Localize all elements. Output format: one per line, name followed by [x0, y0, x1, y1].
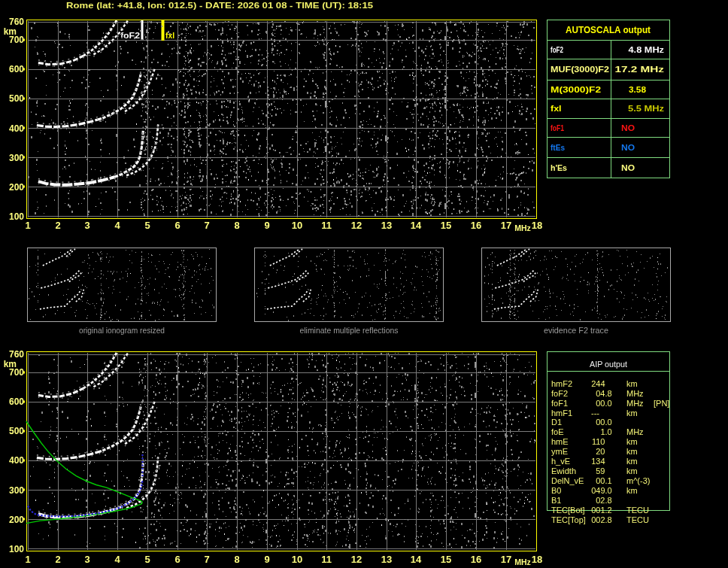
svg-text:8: 8: [234, 554, 239, 565]
svg-text:km: km: [626, 437, 638, 446]
svg-text:[PN]: [PN]: [654, 399, 669, 408]
svg-text:TECU: TECU: [626, 515, 649, 524]
svg-text:17: 17: [501, 554, 511, 565]
svg-text:134: 134: [591, 457, 605, 466]
svg-text:ftEs: ftEs: [551, 143, 565, 152]
svg-text:300: 300: [9, 485, 24, 496]
svg-text:foF1: foF1: [551, 399, 568, 408]
svg-text:600: 600: [9, 64, 24, 74]
svg-text:fxl: fxl: [551, 104, 562, 113]
svg-text:17: 17: [501, 220, 511, 231]
svg-text:.0: .0: [605, 399, 612, 408]
svg-text:6: 6: [174, 554, 180, 565]
svg-text:9: 9: [264, 220, 269, 231]
svg-text:foF2: foF2: [551, 389, 568, 398]
svg-text:TEC[Bot]: TEC[Bot]: [551, 506, 585, 515]
svg-text:NO: NO: [621, 123, 635, 132]
svg-text:---: ---: [591, 409, 599, 418]
svg-text:ymE: ymE: [551, 447, 568, 456]
svg-text:244: 244: [591, 379, 605, 388]
svg-text:20: 20: [596, 447, 605, 456]
svg-text:TEC[Top]: TEC[Top]: [551, 515, 586, 524]
svg-text:00: 00: [596, 418, 605, 427]
svg-text:.1: .1: [605, 476, 612, 485]
svg-text:.0: .0: [605, 486, 612, 495]
svg-text:foF2: foF2: [551, 45, 563, 54]
svg-text:4: 4: [114, 554, 120, 565]
svg-text:7: 7: [204, 220, 209, 231]
svg-text:Rome (lat: +41.8, lon: 012.5): Rome (lat: +41.8, lon: 012.5) - DATE: 20…: [66, 1, 374, 10]
svg-text:.8: .8: [605, 496, 612, 505]
svg-text:original ionogram resized: original ionogram resized: [79, 326, 165, 335]
svg-text:16: 16: [471, 554, 481, 565]
svg-text:AIP output: AIP output: [590, 360, 627, 369]
svg-text:049: 049: [591, 486, 605, 495]
svg-text:2: 2: [55, 220, 60, 231]
svg-text:.0: .0: [605, 427, 612, 436]
svg-text:MHz: MHz: [626, 399, 644, 408]
svg-text:h'Es: h'Es: [551, 163, 567, 172]
svg-text:3: 3: [84, 554, 89, 565]
svg-text:4.8 MHz: 4.8 MHz: [629, 45, 665, 54]
svg-text:4: 4: [114, 220, 120, 231]
svg-text:km: km: [626, 409, 638, 418]
svg-text:eliminate multiple reflections: eliminate multiple reflections: [300, 326, 399, 335]
svg-text:.8: .8: [605, 389, 612, 398]
svg-text:MUF(3000)F2: MUF(3000)F2: [551, 65, 609, 74]
svg-text:1: 1: [25, 554, 30, 565]
svg-text:02: 02: [596, 496, 605, 505]
svg-text:400: 400: [9, 123, 24, 134]
svg-text:km: km: [626, 379, 638, 388]
svg-text:TECU: TECU: [626, 506, 649, 515]
svg-text:100: 100: [9, 544, 24, 554]
svg-text:8: 8: [234, 220, 239, 231]
svg-text:6: 6: [174, 220, 180, 231]
svg-text:5: 5: [144, 554, 150, 565]
svg-text:m^(-3): m^(-3): [626, 476, 650, 485]
svg-text:400: 400: [9, 455, 24, 466]
svg-text:5.5 MHz: 5.5 MHz: [628, 104, 665, 113]
svg-text:59: 59: [596, 466, 605, 475]
svg-text:00: 00: [596, 476, 605, 485]
svg-text:B0: B0: [551, 486, 561, 495]
svg-text:100: 100: [9, 211, 24, 222]
svg-text:18: 18: [532, 554, 542, 565]
svg-text:.8: .8: [605, 515, 612, 524]
svg-text:hmF2: hmF2: [551, 379, 572, 388]
svg-text:7: 7: [204, 554, 209, 565]
svg-text:17.2 MHz: 17.2 MHz: [615, 65, 665, 74]
svg-text:15: 15: [441, 554, 451, 565]
svg-text:MHz: MHz: [626, 427, 644, 436]
svg-text:MHz: MHz: [514, 557, 531, 566]
svg-text:11: 11: [321, 554, 332, 565]
svg-text:12: 12: [351, 220, 362, 231]
svg-text:500: 500: [9, 426, 24, 436]
svg-text:km: km: [626, 486, 638, 495]
svg-text:001: 001: [591, 506, 605, 515]
svg-text:km: km: [626, 447, 638, 456]
svg-text:13: 13: [381, 220, 392, 231]
svg-text:10: 10: [292, 554, 302, 565]
svg-text:16: 16: [471, 220, 481, 231]
svg-text:evidence F2 trace: evidence F2 trace: [544, 326, 608, 335]
svg-text:110: 110: [592, 437, 605, 446]
svg-text:04: 04: [596, 389, 605, 398]
svg-text:h_vE: h_vE: [551, 457, 570, 466]
svg-text:MHz: MHz: [514, 223, 531, 232]
svg-text:NO: NO: [621, 163, 635, 172]
svg-text:14: 14: [411, 220, 422, 231]
svg-text:2: 2: [55, 554, 60, 565]
svg-text:00: 00: [596, 399, 605, 408]
svg-text:3: 3: [84, 220, 89, 231]
svg-text:15: 15: [441, 220, 451, 231]
svg-text:NO: NO: [621, 143, 635, 152]
svg-text:700: 700: [9, 367, 24, 378]
svg-text:9: 9: [264, 554, 269, 565]
svg-text:MHz: MHz: [626, 389, 644, 398]
svg-text:fxl: fxl: [165, 31, 174, 40]
svg-text:14: 14: [411, 554, 422, 565]
svg-text:1: 1: [25, 220, 30, 231]
svg-text:5: 5: [144, 220, 150, 231]
svg-text:13: 13: [381, 554, 392, 565]
svg-text:760: 760: [9, 349, 24, 360]
